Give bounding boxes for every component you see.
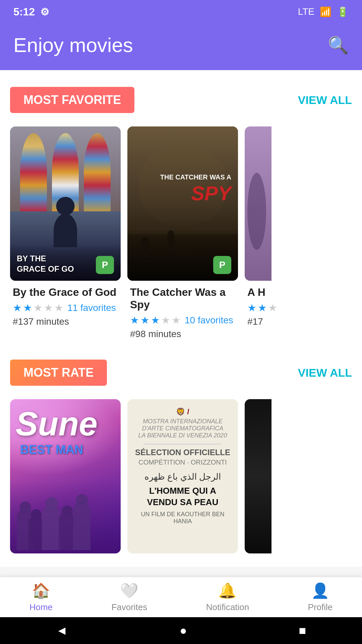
home-icon: 🏠 (32, 582, 50, 599)
homme-director: UN FILM DE KAOUTHER BEN HANIA (134, 511, 231, 525)
partial-stars: ★ ★ ★ (247, 302, 277, 314)
spy-info: The Catcher Was a Spy ★ ★ ★ ★ ★ 10 favor… (127, 281, 238, 339)
homme-divider (144, 444, 222, 444)
star-3: ★ (151, 314, 160, 326)
grace-of-god-info: By the Grace of God ★ ★ ★ ★ ★ 11 favorit… (10, 281, 121, 327)
bottom-nav: 🏠 Home 🤍 Favorites 🔔 Notification 👤 Prof… (0, 577, 362, 617)
star-1: ★ (13, 302, 22, 314)
star-4: ★ (44, 302, 53, 314)
nav-notification[interactable]: 🔔 Notification (206, 582, 249, 612)
back-button[interactable]: ◄ (56, 624, 68, 638)
main-content: MOST FAVORITE VIEW ALL (0, 70, 362, 641)
nav-profile[interactable]: 👤 Profile (308, 582, 333, 612)
most-rate-section: MOST RATE VIEW ALL Sune BEST MAN (0, 346, 362, 567)
movie-poster-partial-ah (245, 126, 272, 281)
most-favorite-section-header: MOST FAVORITE VIEW ALL (0, 80, 362, 120)
star-4: ★ (161, 314, 170, 326)
status-left: 5:12 ⚙ (13, 6, 49, 18)
person-icon: 👤 (311, 582, 329, 599)
star-5: ★ (172, 314, 181, 326)
star-1: ★ (130, 314, 139, 326)
gear-icon[interactable]: ⚙ (40, 6, 49, 18)
movie-card-dark-partial[interactable] (245, 399, 272, 553)
grace-of-god-badge: P (96, 256, 114, 274)
content-area: MOST FAVORITE VIEW ALL (0, 70, 362, 567)
signal-icon: 📶 (320, 6, 331, 17)
movie-poster-sune: Sune BEST MAN (10, 399, 121, 553)
spy-title: The Catcher Was a Spy (130, 286, 235, 311)
spy-stars: ★ ★ ★ ★ ★ (130, 314, 181, 326)
movie-card-sune[interactable]: Sune BEST MAN (10, 399, 121, 553)
most-favorite-badge: MOST FAVORITE (10, 87, 134, 113)
search-button[interactable]: 🔍 (328, 36, 349, 55)
spy-title-overlay: THE CATCHER WAS A SPY (160, 173, 231, 206)
grace-of-god-rating: ★ ★ ★ ★ ★ 11 favorites (13, 302, 118, 314)
nav-home[interactable]: 🏠 Home (29, 582, 53, 612)
heart-icon: 🤍 (120, 582, 138, 599)
star-1: ★ (247, 302, 256, 314)
status-right: LTE 📶 🔋 (298, 6, 349, 17)
grace-of-god-meta: #137 minutes (13, 316, 118, 327)
partial-ah-rating: ★ ★ ★ (247, 302, 269, 314)
movie-poster-homme: 🦁 / MOSTRA INTERNAZIONALED'ARTE CINEMATO… (127, 399, 238, 553)
star-2: ★ (140, 314, 149, 326)
movie-card-homme[interactable]: 🦁 / MOSTRA INTERNAZIONALED'ARTE CINEMATO… (127, 399, 238, 553)
star-2: ★ (258, 302, 267, 314)
star-2: ★ (23, 302, 32, 314)
movie-card-spy[interactable]: THE CATCHER WAS A SPY P The Catcher Was … (127, 126, 238, 339)
nav-favorites-label: Favorites (111, 602, 147, 612)
page-title: Enjoy movies (13, 34, 133, 57)
most-favorite-view-all[interactable]: VIEW ALL (298, 94, 352, 107)
status-bar: 5:12 ⚙ LTE 📶 🔋 (0, 0, 362, 23)
grace-of-god-favorites: 11 favorites (67, 303, 116, 313)
star-3: ★ (34, 302, 43, 314)
star-5: ★ (54, 302, 63, 314)
status-time: 5:12 (13, 6, 35, 18)
homme-title-text: L'HOMME QUI AVENDU SA PEAU (147, 485, 219, 508)
movie-poster-spy: THE CATCHER WAS A SPY P (127, 126, 238, 281)
bell-icon: 🔔 (218, 582, 237, 599)
favorite-movies-row: BY THEGRACE OF GO P By the Grace of God … (0, 120, 362, 346)
grace-of-god-stars: ★ ★ ★ ★ ★ (13, 302, 63, 314)
grace-of-god-poster-text: BY THEGRACE OF GO (17, 253, 74, 274)
app-header: Enjoy movies 🔍 (0, 23, 362, 70)
recents-button[interactable]: ■ (299, 624, 306, 638)
partial-ah-meta: #17 (247, 316, 269, 327)
rate-movies-row: Sune BEST MAN (0, 392, 362, 560)
homme-logo: 🦁 / (176, 408, 189, 416)
home-button[interactable]: ● (180, 624, 187, 638)
homme-festival: MOSTRA INTERNAZIONALED'ARTE CINEMATOGRAF… (138, 418, 227, 439)
movie-poster-grace-of-god: BY THEGRACE OF GO P (10, 126, 121, 281)
nav-notification-label: Notification (206, 602, 249, 612)
most-rate-badge: MOST RATE (10, 360, 107, 386)
spy-rating: ★ ★ ★ ★ ★ 10 favorites (130, 314, 235, 326)
homme-arabic: الرجل الذي باع ظهره (144, 472, 221, 482)
nav-favorites[interactable]: 🤍 Favorites (111, 582, 147, 612)
homme-competition: COMPÉTITION · ORIZZONTI (138, 459, 227, 466)
partial-ah-title: A H (247, 286, 269, 299)
system-nav-bar: ◄ ● ■ (0, 617, 362, 644)
grace-of-god-title: By the Grace of God (13, 286, 118, 299)
partial-ah-info: A H ★ ★ ★ #17 (245, 281, 272, 327)
most-rate-section-header: MOST RATE VIEW ALL (0, 353, 362, 392)
battery-icon: 🔋 (337, 6, 349, 17)
network-label: LTE (298, 6, 314, 17)
most-rate-view-all[interactable]: VIEW ALL (298, 366, 352, 379)
homme-selection: SÉLECTION OFFICIELLE (135, 448, 230, 457)
nav-profile-label: Profile (308, 602, 333, 612)
spy-favorites: 10 favorites (185, 315, 233, 326)
movie-card-grace-of-god[interactable]: BY THEGRACE OF GO P By the Grace of God … (10, 126, 121, 339)
movie-poster-dark-partial (245, 399, 272, 553)
spy-badge: P (213, 256, 231, 274)
spy-meta: #98 minutes (130, 329, 235, 339)
movie-card-partial-ah[interactable]: A H ★ ★ ★ #17 (245, 126, 272, 339)
nav-home-label: Home (29, 602, 53, 612)
star-3: ★ (268, 302, 277, 314)
